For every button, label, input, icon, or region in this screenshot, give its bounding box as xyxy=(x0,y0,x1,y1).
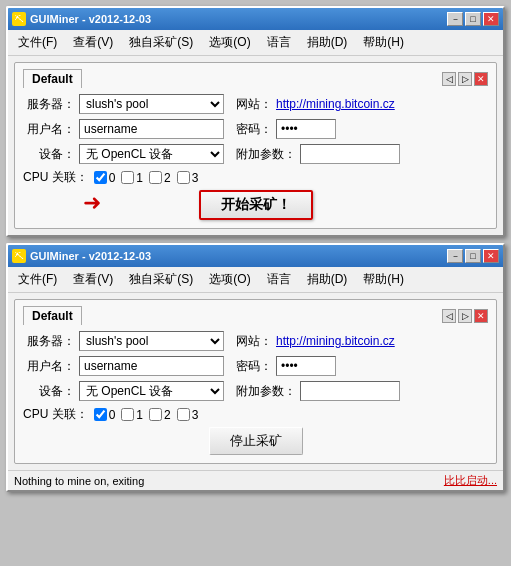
title-bar-left-2: ⛏ GUIMiner - v2012-12-03 xyxy=(12,249,151,263)
status-right-2[interactable]: 比比启动... xyxy=(444,473,497,488)
menu-donate-1[interactable]: 捐助(D) xyxy=(301,32,354,53)
status-bar-2: Nothing to mine on, exiting 比比启动... xyxy=(8,470,503,490)
username-label-2: 用户名： xyxy=(23,358,75,375)
menu-view-1[interactable]: 查看(V) xyxy=(67,32,119,53)
window-2: ⛏ GUIMiner - v2012-12-03 － □ ✕ 文件(F) 查看(… xyxy=(6,243,505,492)
minimize-button-1[interactable]: － xyxy=(447,12,463,26)
server-select-2[interactable]: slush's pool xyxy=(79,331,224,351)
device-row-1: 设备： 无 OpenCL 设备 附加参数： xyxy=(23,144,488,164)
cpu-checkbox-0-1[interactable] xyxy=(94,171,107,184)
restore-button-2[interactable]: □ xyxy=(465,249,481,263)
server-select-1[interactable]: slush's pool xyxy=(79,94,224,114)
title-text-1: GUIMiner - v2012-12-03 xyxy=(30,13,151,25)
menu-lang-2[interactable]: 语言 xyxy=(261,269,297,290)
minimize-button-2[interactable]: － xyxy=(447,249,463,263)
username-row-2: 用户名： 密码： xyxy=(23,356,488,376)
website-link-2[interactable]: http://mining.bitcoin.cz xyxy=(276,334,395,348)
menu-help-2[interactable]: 帮助(H) xyxy=(357,269,410,290)
title-bar-2: ⛏ GUIMiner - v2012-12-03 － □ ✕ xyxy=(8,245,503,267)
cpu-checkbox-2-2[interactable] xyxy=(149,408,162,421)
window-body-2: Default ◁ ▷ ✕ 服务器： slush's pool 网站： http… xyxy=(8,293,503,470)
cpu-checkbox-3-2[interactable] xyxy=(177,408,190,421)
menu-options-2[interactable]: 选项(O) xyxy=(203,269,256,290)
close-button-2[interactable]: ✕ xyxy=(483,249,499,263)
group-box-1: Default ◁ ▷ ✕ 服务器： slush's pool 网站： http… xyxy=(14,62,497,229)
group-nav-2: ◁ ▷ ✕ xyxy=(442,309,488,323)
password-label-1: 密码： xyxy=(236,121,272,138)
username-input-2[interactable] xyxy=(79,356,224,376)
menu-lang-1[interactable]: 语言 xyxy=(261,32,297,53)
password-input-2[interactable] xyxy=(276,356,336,376)
device-row-2: 设备： 无 OpenCL 设备 附加参数： xyxy=(23,381,488,401)
cpu-check-1-1[interactable]: 1 xyxy=(121,171,143,185)
cpu-check-0-2[interactable]: 0 xyxy=(94,408,116,422)
group-nav-1: ◁ ▷ ✕ xyxy=(442,72,488,86)
menu-options-1[interactable]: 选项(O) xyxy=(203,32,256,53)
extra-params-input-1[interactable] xyxy=(300,144,400,164)
status-text-2: Nothing to mine on, exiting xyxy=(14,475,144,487)
extra-params-input-2[interactable] xyxy=(300,381,400,401)
window-body-1: Default ◁ ▷ ✕ 服务器： slush's pool 网站： http… xyxy=(8,56,503,235)
cpu-row-1: CPU 关联： 0 1 2 3 xyxy=(23,169,488,186)
server-row-1: 服务器： slush's pool 网站： http://mining.bitc… xyxy=(23,94,488,114)
server-label-1: 服务器： xyxy=(23,96,75,113)
cpu-checkbox-1-1[interactable] xyxy=(121,171,134,184)
nav-next-1[interactable]: ▷ xyxy=(458,72,472,86)
group-title-bar-2: Default ◁ ▷ ✕ xyxy=(23,306,488,325)
cpu-row-2: CPU 关联： 0 1 2 3 xyxy=(23,406,488,423)
device-label-1: 设备： xyxy=(23,146,75,163)
cpu-checkbox-2-1[interactable] xyxy=(149,171,162,184)
group-title-bar-1: Default ◁ ▷ ✕ xyxy=(23,69,488,88)
website-link-1[interactable]: http://mining.bitcoin.cz xyxy=(276,97,395,111)
device-select-1[interactable]: 无 OpenCL 设备 xyxy=(79,144,224,164)
app-icon-1: ⛏ xyxy=(12,12,26,26)
group-close-2[interactable]: ✕ xyxy=(474,309,488,323)
cpu-checkbox-3-1[interactable] xyxy=(177,171,190,184)
cpu-check-0-1[interactable]: 0 xyxy=(94,171,116,185)
cpu-check-2-2[interactable]: 2 xyxy=(149,408,171,422)
tab-default-2[interactable]: Default xyxy=(23,306,82,325)
cpu-label-2: CPU 关联： xyxy=(23,406,88,423)
start-button-1[interactable]: 开始采矿！ xyxy=(199,190,313,220)
cpu-checkbox-1-2[interactable] xyxy=(121,408,134,421)
menu-file-2[interactable]: 文件(F) xyxy=(12,269,63,290)
nav-prev-2[interactable]: ◁ xyxy=(442,309,456,323)
restore-button-1[interactable]: □ xyxy=(465,12,481,26)
group-close-1[interactable]: ✕ xyxy=(474,72,488,86)
username-label-1: 用户名： xyxy=(23,121,75,138)
action-row-1: ➜ 开始采矿！ xyxy=(23,190,488,220)
group-box-2: Default ◁ ▷ ✕ 服务器： slush's pool 网站： http… xyxy=(14,299,497,464)
menu-file-1[interactable]: 文件(F) xyxy=(12,32,63,53)
device-select-2[interactable]: 无 OpenCL 设备 xyxy=(79,381,224,401)
close-button-1[interactable]: ✕ xyxy=(483,12,499,26)
username-input-1[interactable] xyxy=(79,119,224,139)
device-label-2: 设备： xyxy=(23,383,75,400)
extra-label-1: 附加参数： xyxy=(236,146,296,163)
nav-prev-1[interactable]: ◁ xyxy=(442,72,456,86)
menu-solo-1[interactable]: 独自采矿(S) xyxy=(123,32,199,53)
title-text-2: GUIMiner - v2012-12-03 xyxy=(30,250,151,262)
password-input-1[interactable] xyxy=(276,119,336,139)
menu-solo-2[interactable]: 独自采矿(S) xyxy=(123,269,199,290)
menu-view-2[interactable]: 查看(V) xyxy=(67,269,119,290)
action-row-2: 停止采矿 xyxy=(23,427,488,455)
nav-next-2[interactable]: ▷ xyxy=(458,309,472,323)
cpu-check-1-2[interactable]: 1 xyxy=(121,408,143,422)
tab-default-1[interactable]: Default xyxy=(23,69,82,88)
password-label-2: 密码： xyxy=(236,358,272,375)
cpu-check-3-2[interactable]: 3 xyxy=(177,408,199,422)
cpu-checkbox-0-2[interactable] xyxy=(94,408,107,421)
cpu-label-1: CPU 关联： xyxy=(23,169,88,186)
cpu-checkboxes-2: 0 1 2 3 xyxy=(94,408,199,422)
cpu-checkboxes-1: 0 1 2 3 xyxy=(94,171,199,185)
cpu-check-2-1[interactable]: 2 xyxy=(149,171,171,185)
title-buttons-1: － □ ✕ xyxy=(447,12,499,26)
menu-bar-1: 文件(F) 查看(V) 独自采矿(S) 选项(O) 语言 捐助(D) 帮助(H) xyxy=(8,30,503,56)
server-row-2: 服务器： slush's pool 网站： http://mining.bitc… xyxy=(23,331,488,351)
menu-help-1[interactable]: 帮助(H) xyxy=(357,32,410,53)
stop-button-2[interactable]: 停止采矿 xyxy=(209,427,303,455)
cpu-check-3-1[interactable]: 3 xyxy=(177,171,199,185)
menu-donate-2[interactable]: 捐助(D) xyxy=(301,269,354,290)
title-bar-left-1: ⛏ GUIMiner - v2012-12-03 xyxy=(12,12,151,26)
window-1: ⛏ GUIMiner - v2012-12-03 － □ ✕ 文件(F) 查看(… xyxy=(6,6,505,237)
